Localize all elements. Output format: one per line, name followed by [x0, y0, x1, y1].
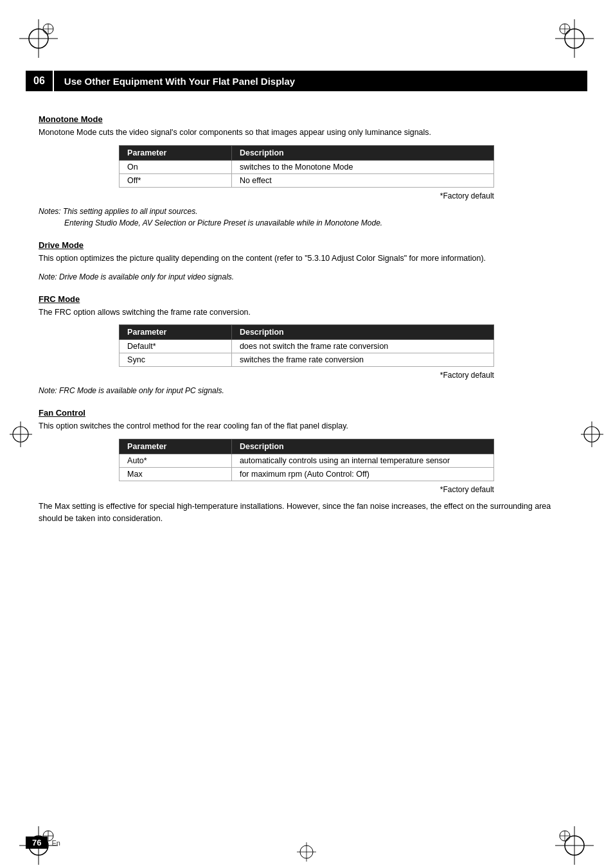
- frc-row2-desc: switches the frame rate conversion: [231, 353, 493, 367]
- table-row: Off* No effect: [120, 173, 494, 187]
- drive-mode-note: Note: Drive Mode is available only for i…: [39, 271, 574, 283]
- fan-row2-param: Max: [120, 468, 232, 481]
- monotone-mode-desc: Monotone Mode cuts the video signal's co…: [39, 127, 574, 139]
- section-frc-mode: FRC Mode The FRC option allows switching…: [39, 294, 574, 397]
- page-number: 76: [26, 837, 48, 849]
- fan-table-header-param: Parameter: [120, 439, 232, 454]
- reg-mark-mid-left: [10, 418, 32, 450]
- fan-row1-desc: automatically controls using an internal…: [231, 454, 493, 468]
- top-marks-area: [0, 0, 613, 71]
- fan-closing-note: The Max setting is effective for special…: [39, 500, 574, 525]
- fan-control-desc: This option switches the control method …: [39, 420, 574, 432]
- monotone-row1-desc: switches to the Monotone Mode: [231, 160, 493, 173]
- frc-mode-title: FRC Mode: [39, 294, 574, 304]
- reg-mark-bottom-center: [297, 842, 316, 862]
- monotone-table-header-desc: Description: [231, 145, 493, 160]
- table-row: Max for maximum rpm (Auto Control: Off): [120, 468, 494, 481]
- frc-row1-param: Default*: [120, 340, 232, 353]
- drive-mode-desc: This option optimizes the picture qualit…: [39, 252, 574, 265]
- frc-mode-table: Parameter Description Default* does not …: [119, 324, 494, 367]
- page-language: En: [51, 839, 60, 847]
- monotone-mode-title: Monotone Mode: [39, 114, 574, 124]
- monotone-row2-desc: No effect: [231, 173, 493, 187]
- section-drive-mode: Drive Mode This option optimizes the pic…: [39, 240, 574, 283]
- section-monotone-mode: Monotone Mode Monotone Mode cuts the vid…: [39, 114, 574, 229]
- frc-note: Note: FRC Mode is available only for inp…: [39, 385, 574, 396]
- chapter-number: 06: [26, 71, 54, 91]
- header-bar: 06 Use Other Equipment With Your Flat Pa…: [26, 71, 587, 91]
- fan-row2-desc: for maximum rpm (Auto Control: Off): [231, 468, 493, 481]
- reg-mark-br: [555, 826, 594, 865]
- monotone-note-1: Notes: This setting applies to all input…: [39, 206, 574, 229]
- monotone-table-header-param: Parameter: [120, 145, 232, 160]
- reg-mark-tr: [555, 16, 594, 61]
- reg-mark-tl: [19, 16, 58, 61]
- page-footer: 76 En: [26, 837, 60, 849]
- frc-factory-default: *Factory default: [39, 371, 574, 380]
- fan-control-table: Parameter Description Auto* automaticall…: [119, 439, 494, 481]
- frc-mode-desc: The FRC option allows switching the fram…: [39, 306, 574, 319]
- table-row: Default* does not switch the frame rate …: [120, 340, 494, 353]
- table-row: Auto* automatically controls using an in…: [120, 454, 494, 468]
- main-content: Monotone Mode Monotone Mode cuts the vid…: [39, 103, 574, 791]
- chapter-title: Use Other Equipment With Your Flat Panel…: [54, 76, 295, 87]
- fan-control-title: Fan Control: [39, 408, 574, 418]
- monotone-factory-default: *Factory default: [39, 191, 574, 200]
- monotone-row1-param: On: [120, 160, 232, 173]
- monotone-row2-param: Off*: [120, 173, 232, 187]
- table-row: Sync switches the frame rate conversion: [120, 353, 494, 367]
- table-row: On switches to the Monotone Mode: [120, 160, 494, 173]
- fan-row1-param: Auto*: [120, 454, 232, 468]
- frc-table-header-desc: Description: [231, 325, 493, 340]
- reg-mark-mid-right: [581, 418, 603, 450]
- frc-table-header-param: Parameter: [120, 325, 232, 340]
- section-fan-control: Fan Control This option switches the con…: [39, 408, 574, 524]
- fan-factory-default: *Factory default: [39, 485, 574, 494]
- frc-row2-param: Sync: [120, 353, 232, 367]
- fan-table-header-desc: Description: [231, 439, 493, 454]
- monotone-mode-table: Parameter Description On switches to the…: [119, 145, 494, 188]
- bottom-marks-area: [0, 829, 613, 868]
- drive-mode-title: Drive Mode: [39, 240, 574, 250]
- frc-row1-desc: does not switch the frame rate conversio…: [231, 340, 493, 353]
